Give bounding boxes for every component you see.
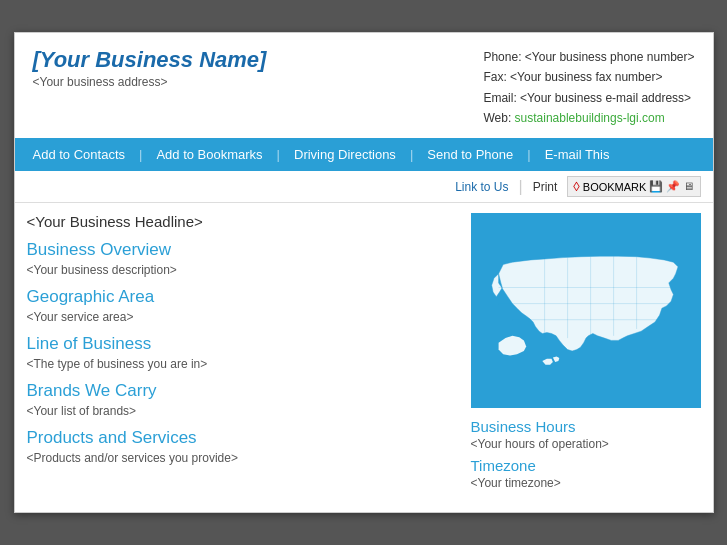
nav-add-contacts[interactable]: Add to Contacts — [19, 138, 140, 171]
link-to-us[interactable]: Link to Us — [455, 180, 508, 194]
nav-send-to-phone[interactable]: Send to Phone — [413, 138, 527, 171]
right-section-body-0: <Your hours of operation> — [471, 437, 701, 451]
section-title-3: Brands We Carry — [27, 381, 457, 401]
section-body-3: <Your list of brands> — [27, 404, 457, 418]
nav-driving-directions[interactable]: Driving Directions — [280, 138, 410, 171]
section-body-1: <Your service area> — [27, 310, 457, 324]
section-title-2: Line of Business — [27, 334, 457, 354]
usa-map — [471, 213, 701, 408]
section-body-2: <The type of business you are in> — [27, 357, 457, 371]
main-content: <Your Business Headline> Business Overvi… — [15, 202, 713, 512]
map-svg — [471, 213, 701, 408]
web-link[interactable]: sustainablebuildings-lgi.com — [515, 111, 665, 125]
section-title-0: Business Overview — [27, 240, 457, 260]
print-button[interactable]: Print — [533, 180, 558, 194]
nav-add-bookmarks[interactable]: Add to Bookmarks — [142, 138, 276, 171]
toolbar-separator: | — [519, 178, 523, 196]
header-left: [Your Business Name] <Your business addr… — [33, 47, 267, 89]
left-col: <Your Business Headline> Business Overvi… — [27, 213, 457, 496]
web-label: Web: — [483, 111, 511, 125]
business-headline: <Your Business Headline> — [27, 213, 457, 230]
header: [Your Business Name] <Your business addr… — [15, 33, 713, 139]
right-section-title-0: Business Hours — [471, 418, 701, 435]
section-body-0: <Your business description> — [27, 263, 457, 277]
bookmark-icon: ◊ — [573, 179, 579, 194]
page-wrapper: [Your Business Name] <Your business addr… — [14, 32, 714, 514]
business-name: [Your Business Name] — [33, 47, 267, 73]
fax-label: Fax: <Your business fax number> — [483, 67, 694, 87]
bookmark-icons: 💾 📌 🖥 — [649, 180, 694, 193]
web-row: Web: sustainablebuildings-lgi.com — [483, 108, 694, 128]
bookmark-button[interactable]: ◊ BOOKMARK 💾 📌 🖥 — [567, 176, 700, 197]
bookmark-label: BOOKMARK — [583, 181, 647, 193]
header-right: Phone: <Your business phone number> Fax:… — [483, 47, 694, 129]
email-label: Email: <Your business e-mail address> — [483, 88, 694, 108]
right-col: Business Hours <Your hours of operation>… — [471, 213, 701, 496]
right-section-title-1: Timezone — [471, 457, 701, 474]
right-section-body-1: <Your timezone> — [471, 476, 701, 490]
nav-email-this[interactable]: E-mail This — [531, 138, 624, 171]
phone-label: Phone: <Your business phone number> — [483, 47, 694, 67]
section-title-4: Products and Services — [27, 428, 457, 448]
toolbar: Link to Us | Print ◊ BOOKMARK 💾 📌 🖥 — [15, 171, 713, 202]
section-title-1: Geographic Area — [27, 287, 457, 307]
navbar: Add to Contacts | Add to Bookmarks | Dri… — [15, 138, 713, 171]
business-address: <Your business address> — [33, 75, 267, 89]
section-body-4: <Products and/or services you provide> — [27, 451, 457, 465]
